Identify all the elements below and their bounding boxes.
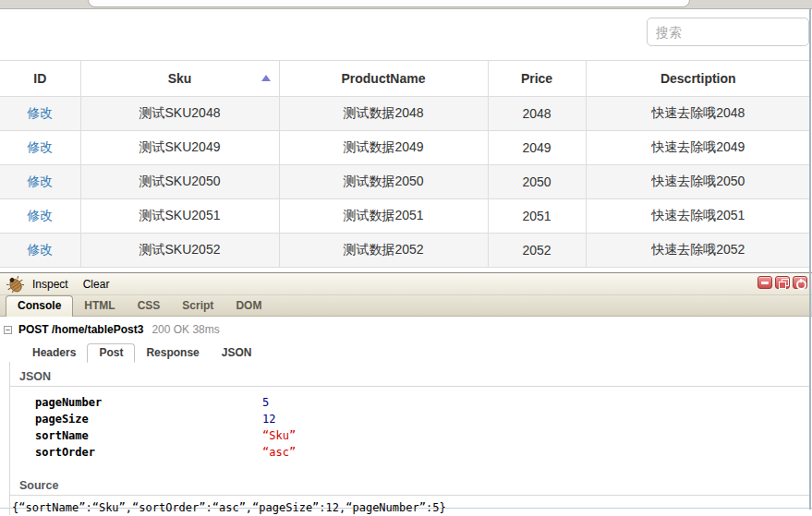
firebug-bug-icon[interactable] — [6, 276, 24, 293]
firebug-tab-bar: Console HTML CSS Script DOM — [0, 295, 812, 317]
cell-productname: 测试数据2052 — [279, 234, 488, 268]
inspect-button[interactable]: Inspect — [32, 278, 68, 291]
clear-button[interactable]: Clear — [83, 278, 110, 291]
cell-sku: 测试SKU2048 — [80, 97, 279, 131]
source-section: Source {“sortName”:“Sku”,“sortOrder”:“as… — [10, 476, 812, 514]
cell-description: 快速去除哦2051 — [586, 199, 810, 234]
cell-price: 2050 — [488, 165, 586, 199]
table-row: 修改 测试SKU2051 测试数据2051 2051 快速去除哦2051 — [0, 199, 810, 234]
sort-asc-icon — [261, 75, 271, 81]
request-subtabs: Headers Post Response JSON — [21, 343, 812, 362]
cell-productname: 测试数据2051 — [279, 199, 488, 234]
table-header-row: ID Sku ProductName Price Descrtiption — [0, 61, 810, 97]
window-right-border — [809, 9, 811, 510]
cell-sku: 测试SKU2050 — [80, 165, 279, 199]
network-request-row: − POST /home/tablePost3 200 OK 38ms — [0, 321, 812, 340]
json-entry: pageNumber 5 — [35, 394, 812, 411]
firebug-window-buttons — [757, 276, 807, 289]
collapse-icon[interactable]: − — [4, 326, 12, 334]
table-row: 修改 测试SKU2052 测试数据2052 2052 快速去除哦2052 — [0, 234, 810, 268]
json-key: pageSize — [35, 413, 262, 426]
table-row: 修改 测试SKU2048 测试数据2048 2048 快速去除哦2048 — [0, 97, 810, 131]
table-row: 修改 测试SKU2050 测试数据2050 2050 快速去除哦2050 — [0, 165, 810, 199]
source-json-text: {“sortName”:“Sku”,“sortOrder”:“asc”,“pag… — [12, 501, 812, 514]
cell-action: 修改 — [0, 131, 80, 165]
json-value: 5 — [262, 396, 269, 409]
request-title[interactable]: POST /home/tablePost3 — [18, 323, 143, 336]
col-header-sku-label: Sku — [168, 71, 192, 86]
col-header-description[interactable]: Descrtiption — [586, 61, 810, 97]
json-value: “asc” — [262, 446, 296, 459]
edit-link[interactable]: 修改 — [27, 208, 53, 222]
cell-action: 修改 — [0, 97, 80, 131]
col-header-sku[interactable]: Sku — [80, 61, 279, 97]
cell-price: 2048 — [488, 97, 586, 131]
product-table: ID Sku ProductName Price Descrtiption 修改… — [0, 60, 810, 268]
cell-sku: 测试SKU2049 — [80, 131, 279, 165]
browser-chrome-strip — [0, 0, 812, 9]
json-kv-table: pageNumber 5 pageSize 12 sortName “Sku” … — [35, 394, 812, 461]
json-key: sortOrder — [35, 446, 262, 459]
tab-dom[interactable]: DOM — [224, 296, 273, 316]
cell-productname: 测试数据2049 — [279, 131, 488, 165]
cell-sku: 测试SKU2052 — [80, 234, 279, 268]
cell-description: 快速去除哦2049 — [586, 131, 810, 165]
edit-link[interactable]: 修改 — [27, 174, 53, 188]
json-value: 12 — [262, 413, 275, 426]
tab-script[interactable]: Script — [171, 296, 224, 316]
edit-link[interactable]: 修改 — [27, 139, 53, 154]
search-input[interactable] — [647, 18, 809, 46]
cell-action: 修改 — [0, 199, 80, 234]
request-status: 200 OK 38ms — [151, 323, 219, 336]
cell-description: 快速去除哦2048 — [586, 97, 810, 131]
col-header-price[interactable]: Price — [488, 61, 586, 97]
json-entry: sortOrder “asc” — [35, 444, 812, 461]
col-header-productname[interactable]: ProductName — [279, 61, 488, 97]
firebug-panel: Inspect Clear Console HTML CSS Script DO… — [0, 272, 812, 509]
subtab-response[interactable]: Response — [135, 344, 210, 362]
firebug-toolbar: Inspect Clear — [0, 273, 812, 295]
edit-link[interactable]: 修改 — [27, 242, 53, 257]
detach-window-button[interactable] — [775, 276, 790, 289]
request-detail-body: JSON pageNumber 5 pageSize 12 sortName “… — [9, 362, 812, 515]
json-key: pageNumber — [35, 396, 262, 409]
table-row: 修改 测试SKU2049 测试数据2049 2049 快速去除哦2049 — [0, 131, 810, 165]
cell-description: 快速去除哦2052 — [586, 234, 810, 268]
cell-price: 2051 — [488, 199, 586, 234]
subtab-headers[interactable]: Headers — [21, 344, 87, 362]
json-key: sortName — [35, 429, 262, 442]
cell-sku: 测试SKU2051 — [80, 199, 279, 234]
cell-description: 快速去除哦2050 — [586, 165, 810, 199]
tab-console[interactable]: Console — [6, 295, 73, 317]
subtab-post[interactable]: Post — [87, 343, 135, 363]
cell-productname: 测试数据2048 — [279, 97, 488, 131]
subtab-json[interactable]: JSON — [211, 344, 263, 362]
address-bar-fragment[interactable] — [88, 0, 690, 7]
page: ID Sku ProductName Price Descrtiption 修改… — [0, 0, 812, 516]
tab-css[interactable]: CSS — [127, 296, 172, 316]
json-entry: sortName “Sku” — [35, 427, 812, 444]
edit-link[interactable]: 修改 — [27, 105, 53, 120]
close-button[interactable] — [793, 276, 807, 289]
cell-price: 2049 — [488, 131, 586, 165]
json-entry: pageSize 12 — [35, 411, 812, 427]
cell-action: 修改 — [0, 234, 80, 268]
col-header-id[interactable]: ID — [0, 61, 80, 97]
cell-productname: 测试数据2050 — [279, 165, 488, 199]
source-section-title: Source — [10, 476, 809, 496]
minimize-button[interactable] — [757, 276, 772, 289]
tab-html[interactable]: HTML — [73, 296, 126, 316]
cell-action: 修改 — [0, 165, 80, 199]
json-section-title: JSON — [10, 367, 809, 387]
cell-price: 2052 — [488, 234, 586, 268]
console-panel: − POST /home/tablePost3 200 OK 38ms Head… — [0, 317, 812, 515]
json-value: “Sku” — [262, 429, 296, 442]
